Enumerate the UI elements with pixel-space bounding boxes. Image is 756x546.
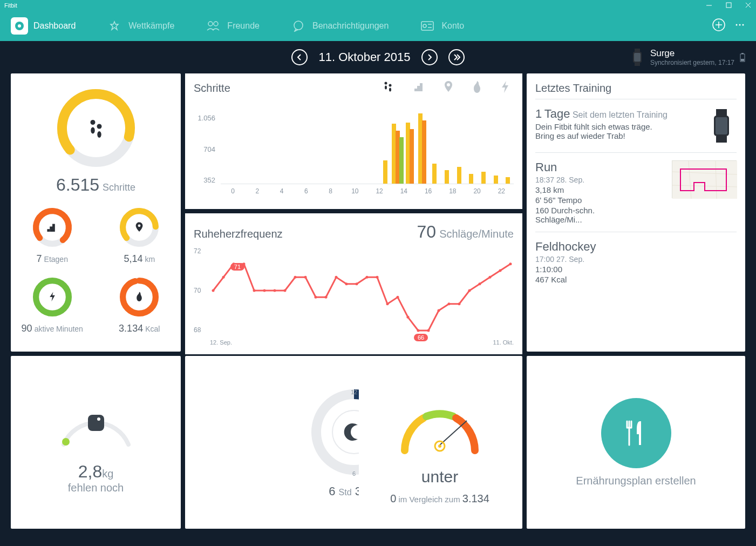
svg-point-53 [212,289,215,292]
svg-point-77 [458,302,460,305]
svg-point-73 [417,329,419,332]
svg-rect-87 [672,161,737,199]
svg-point-8 [214,22,218,26]
svg-marker-6 [111,22,118,30]
svg-point-29 [90,120,95,125]
svg-point-102 [438,444,441,448]
tab-distance[interactable] [444,81,453,95]
last-training-item[interactable]: 1 Tage Seit dem letzten Training Dein Fi… [535,99,737,152]
svg-rect-36 [50,226,52,232]
svg-rect-85 [716,109,727,116]
run-item[interactable]: Run 18:37 28. Sep. 3,18 km 6' 56" Tempo … [535,152,737,232]
device-name: Surge [650,48,734,59]
svg-point-80 [488,276,491,279]
floors-tile[interactable]: 7Etagen [19,206,85,265]
nav-challenges[interactable]: Wettkämpfe [106,17,174,35]
svg-point-71 [396,296,399,299]
chat-icon [290,17,307,35]
hr-badge-low: 66 [414,334,428,341]
minimize-button[interactable] [706,2,713,9]
map-thumbnail [672,160,737,198]
steps-value: 6.515 [56,175,99,195]
svg-point-9 [294,21,303,30]
calories-tile[interactable]: 3.134Kcal [107,275,173,334]
tab-calories[interactable] [473,81,481,95]
nav-label: Dashboard [33,21,76,31]
steps-bar-chart: 1.056704352 0246810121416182022 [194,114,514,200]
more-button[interactable] [734,19,745,32]
nav-notifications[interactable]: Benachrichtigungen [290,17,389,35]
weight-card[interactable]: 2,8kg fehlen noch [11,356,181,529]
svg-point-61 [294,276,297,279]
svg-point-48 [389,88,391,92]
hr-value: 70 [417,222,437,242]
steps-ring [56,87,137,168]
tab-active[interactable] [501,81,509,95]
prev-day-button[interactable] [291,49,308,65]
active-tile[interactable]: 90aktive Minuten [19,275,85,334]
nav-dashboard[interactable]: Dashboard [11,17,76,35]
svg-point-17 [736,24,738,26]
distance-tile[interactable]: 5,14km [107,206,173,265]
svg-point-58 [263,289,266,292]
svg-point-40 [138,224,141,227]
svg-point-63 [314,296,317,299]
close-button[interactable] [745,2,752,9]
hr-line-chart [210,247,514,334]
svg-point-76 [447,302,450,305]
svg-rect-50 [417,86,420,91]
friends-icon [205,17,222,35]
tab-steps[interactable] [383,81,394,95]
svg-point-31 [91,127,95,134]
svg-point-59 [274,289,276,292]
add-button[interactable] [712,18,726,34]
food-icon [601,398,671,468]
svg-rect-37 [52,224,55,232]
svg-rect-49 [414,89,417,91]
device-info[interactable]: Surge Synchronisiert gestern, 17:17 [630,48,745,67]
svg-point-75 [437,309,440,312]
svg-point-30 [97,124,101,129]
hr-title: Ruheherzfrequenz [194,228,283,240]
svg-point-18 [739,24,741,26]
account-icon [419,17,436,35]
svg-point-79 [478,282,481,285]
svg-rect-35 [47,229,50,232]
device-sync: Synchronisiert gestern, 17:17 [650,59,734,66]
navbar: Dashboard Wettkämpfe Freunde Benachricht… [0,11,756,41]
svg-point-82 [509,262,512,265]
summary-card[interactable]: 6.515Schritte 7Etagen 5,14km 90aktive Mi… [11,73,181,352]
svg-point-78 [468,289,471,292]
training-card[interactable]: Letztes Training 1 Tage Seit dem letzten… [527,73,745,352]
hr-unit: Schläge/Minute [439,228,514,240]
distance-ring [118,206,161,249]
hockey-item[interactable]: Feldhockey 17:00 27. Sep. 1:10:00 467 Kc… [535,232,737,292]
svg-point-5 [18,24,21,28]
charts-column: Schritte 1.056704352 0246810121416182022… [185,73,522,352]
svg-point-70 [386,302,389,305]
steps-chart-title: Schritte [194,82,230,94]
hr-chart-card[interactable]: Ruheherzfrequenz 70Schläge/Minute 727068… [185,213,522,354]
svg-rect-21 [634,53,641,62]
current-date: 11. Oktober 2015 [318,50,410,64]
nav-account[interactable]: Konto [419,17,464,35]
svg-text:6: 6 [352,470,355,477]
nav-friends[interactable]: Freunde [205,17,260,35]
svg-point-19 [743,24,744,26]
calorie-gauge-card[interactable]: unter 0 im Vergleich zum 3.134 [359,367,521,529]
svg-point-54 [222,276,225,279]
svg-point-47 [385,86,387,90]
maximize-button[interactable] [726,2,732,9]
nav-label: Konto [441,21,464,31]
food-card[interactable]: Ernährungsplan erstellen [527,356,745,529]
tab-floors[interactable] [413,81,424,95]
battery-icon [740,52,745,62]
svg-point-32 [97,131,101,138]
svg-point-68 [365,276,368,279]
svg-point-62 [304,276,307,279]
training-title: Letztes Training [535,82,611,94]
today-button[interactable] [448,49,465,65]
next-day-button[interactable] [421,49,438,65]
steps-chart-card[interactable]: Schritte 1.056704352 0246810121416182022 [185,73,522,209]
svg-point-52 [447,83,450,86]
